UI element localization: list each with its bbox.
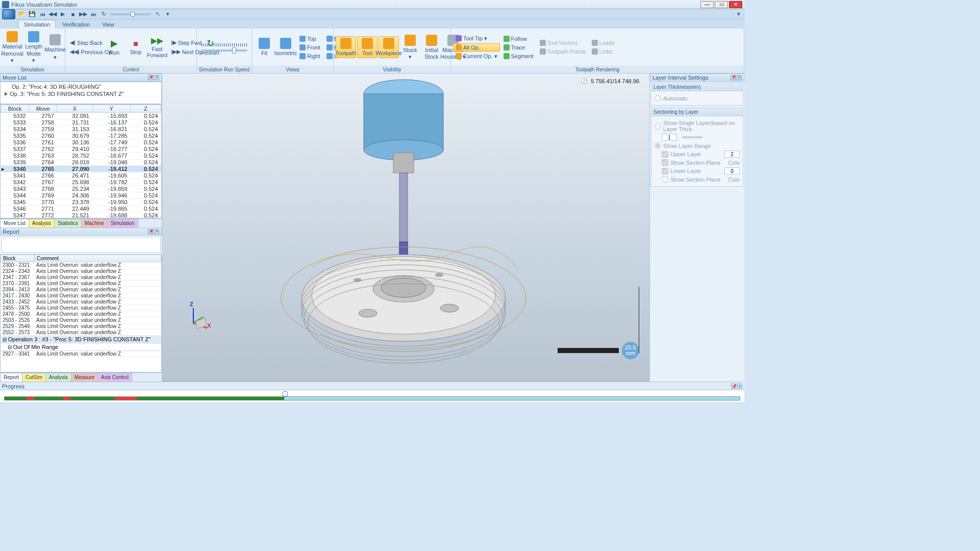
report-op-row[interactable]: ⊟ Operation 3 : #3 - "Proc 5: 3D FINISHI… — [1, 336, 161, 343]
tab-simulation[interactable]: Simulation — [18, 20, 56, 29]
report-row[interactable]: 2529 - 2549Axis Limit Overrun: value und… — [1, 323, 161, 330]
material-removal-button[interactable]: MaterialRemoval ▾ — [2, 30, 22, 64]
tool-vectors-button[interactable]: Tool Vectors — [537, 39, 588, 47]
all-op-button[interactable]: All Op. — [453, 43, 500, 52]
trace-button[interactable]: Trace — [501, 43, 536, 52]
previous-op-button[interactable]: ◀◀|Previous Op — [67, 47, 103, 56]
move-row[interactable]: 5340276527.090-19.4120.524 — [1, 166, 161, 172]
run-button[interactable]: ▶Run — [104, 37, 124, 58]
tool-toggle[interactable]: Tool — [357, 36, 378, 58]
follow-button[interactable]: Follow — [501, 35, 536, 43]
maximize-button[interactable]: ▭ — [715, 1, 728, 8]
fast-forward-button[interactable]: ▶▶Fast Forward — [147, 35, 167, 60]
report-row[interactable]: 2478 - 2500Axis Limit Overrun: value und… — [1, 311, 161, 317]
tab-measure[interactable]: Measure — [71, 373, 98, 382]
report-row[interactable]: 2417 - 2430Axis Limit Overrun: value und… — [1, 293, 161, 299]
close-panel-icon[interactable]: ✕ — [154, 75, 159, 80]
skip-start-icon[interactable]: ⏮ — [39, 11, 46, 18]
progress-thumb[interactable] — [283, 391, 288, 396]
single-layer-input[interactable] — [662, 134, 677, 141]
automatic-radio[interactable]: Automatic — [655, 95, 740, 102]
section-plane-upper-check[interactable]: Show Section PlaneColo — [662, 159, 740, 166]
workpiece-toggle[interactable]: Workpiece — [379, 36, 399, 58]
top-button[interactable]: Top — [297, 35, 323, 43]
move-row[interactable]: 5341276626.471-19.6050.524 — [1, 172, 161, 179]
minimize-button[interactable]: — — [700, 1, 714, 8]
move-row[interactable]: 5344276924.306-19.9460.524 — [1, 192, 161, 199]
show-single-layer-radio[interactable]: Show Single Layer(based on Layer Thick — [655, 120, 740, 132]
toolpath-points-button[interactable]: Toolpath Points — [537, 47, 588, 56]
tab-report[interactable]: Report — [0, 373, 22, 382]
upper-layer-input[interactable] — [724, 151, 740, 158]
stop-button[interactable]: ■Stop — [125, 38, 146, 57]
restart-icon[interactable]: ↻ — [100, 11, 107, 18]
step-back-button[interactable]: ◀|Step Back — [67, 38, 103, 47]
right-button[interactable]: Right — [297, 52, 323, 60]
skip-end-icon[interactable]: ⏭ — [90, 11, 97, 18]
tab-verification[interactable]: Verification — [57, 20, 95, 29]
initial-stock-toggle[interactable]: Initial Stock — [421, 33, 442, 61]
report-row[interactable]: 2394 - 2413Axis Limit Overrun: value und… — [1, 287, 161, 293]
move-row[interactable]: 5333275831.731-16.1370.524 — [1, 119, 161, 126]
op-tree[interactable]: Op. 2: "Proc 4: 3D RE-ROUGHING" Op. 3: "… — [0, 82, 162, 104]
report-row[interactable]: 2503 - 2526Axis Limit Overrun: value und… — [1, 317, 161, 323]
app-orb-button[interactable] — [2, 9, 15, 19]
report-row[interactable]: 2455 - 2475Axis Limit Overrun: value und… — [1, 305, 161, 311]
move-row[interactable]: 5338276328.752-18.6770.524 — [1, 153, 161, 159]
tab-view[interactable]: View — [96, 20, 120, 29]
leads-button[interactable]: Leads — [589, 39, 617, 47]
cursor-icon[interactable]: ↖ — [154, 11, 161, 18]
report-range-row[interactable]: ⊟ Out Of Min Range — [1, 343, 161, 351]
move-row[interactable]: 5334275931.153-16.8210.524 — [1, 126, 161, 133]
report-row[interactable]: 2300 - 2321Axis Limit Overrun: value und… — [1, 262, 161, 268]
report-row[interactable]: 2552 - 2573Axis Limit Overrun: value und… — [1, 330, 161, 336]
progress-bar[interactable] — [0, 390, 744, 402]
move-row[interactable]: 5342276725.698-19.7820.524 — [1, 179, 161, 186]
move-row[interactable]: 5336276130.136-17.7490.524 — [1, 139, 161, 146]
collapse-ribbon-icon[interactable]: ▾ — [735, 11, 742, 18]
report-row[interactable]: 2433 - 2452Axis Limit Overrun: value und… — [1, 299, 161, 305]
current-op-button[interactable]: Current Op. ▾ — [453, 52, 500, 61]
front-button[interactable]: Front — [297, 43, 323, 52]
move-row[interactable]: 5347277221.521-19.6880.524 — [1, 212, 161, 219]
close-panel-icon[interactable]: ✕ — [737, 384, 742, 389]
pin-icon[interactable]: 📌 — [731, 384, 736, 389]
save-icon[interactable]: 💾 — [29, 11, 36, 18]
tab-axis-control[interactable]: Axis Control — [97, 373, 132, 382]
stop-icon[interactable]: ■ — [69, 11, 77, 18]
move-row[interactable]: 5337276229.410-18.2770.524 — [1, 146, 161, 153]
move-table[interactable]: BlockMoveXYZ 5332275732.091-15.8930.5245… — [0, 104, 162, 218]
run-speed-slider[interactable] — [202, 49, 247, 52]
tool-tip-button[interactable]: Tool Tip ▾ — [453, 34, 500, 43]
machine-button[interactable]: Machine▾ — [45, 33, 65, 61]
report-row[interactable]: 2347 - 2367Axis Limit Overrun: value und… — [1, 274, 161, 281]
play-icon[interactable]: ▶ — [59, 11, 66, 18]
links-button[interactable]: Links — [589, 47, 617, 56]
report-grid[interactable]: BlockComment 2300 - 2321Axis Limit Overr… — [0, 254, 162, 372]
move-row[interactable]: 5335276030.679-17.2850.524 — [1, 133, 161, 139]
open-icon[interactable]: 📂 — [18, 11, 26, 18]
lower-layer-check[interactable]: Lower Layer — [662, 167, 740, 174]
move-row[interactable]: 5345277023.378-19.9500.524 — [1, 199, 161, 206]
move-row[interactable]: 5343276825.234-19.8590.524 — [1, 186, 161, 192]
tab-statistics[interactable]: Statistics — [54, 219, 82, 228]
move-row[interactable]: 5339276428.018-19.0480.524 — [1, 159, 161, 166]
next-op-button[interactable]: |▶▶Next Op — [168, 47, 199, 56]
move-row[interactable]: 5332275732.091-15.8930.524 — [1, 113, 161, 119]
close-panel-icon[interactable]: ✕ — [737, 75, 742, 80]
close-button[interactable]: ✕ — [729, 1, 742, 8]
tab-machine[interactable]: Machine — [81, 219, 108, 228]
pin-icon[interactable]: 📌 — [148, 75, 153, 80]
close-panel-icon[interactable]: ✕ — [154, 229, 159, 234]
length-mode-button[interactable]: LengthMode ▾ — [23, 30, 44, 64]
toolpath-toggle[interactable]: Toolpath — [336, 36, 356, 58]
report-row[interactable]: 2370 - 2391Axis Limit Overrun: value und… — [1, 281, 161, 287]
stock-toggle[interactable]: Stock ▾ — [400, 33, 420, 61]
tab-simulation-panel[interactable]: Simulation — [107, 219, 138, 228]
fit-button[interactable]: Fit — [254, 36, 274, 58]
tab-analysis[interactable]: Analysis — [29, 219, 55, 228]
viewport-3d[interactable]: 🕐5 756.41/14 748.96 — [162, 73, 649, 382]
step-fwd-button[interactable]: |▶Step Fwd — [168, 38, 199, 47]
next-icon[interactable]: ▶▶ — [80, 11, 87, 18]
tab-cutsim[interactable]: CutSim — [22, 373, 46, 382]
